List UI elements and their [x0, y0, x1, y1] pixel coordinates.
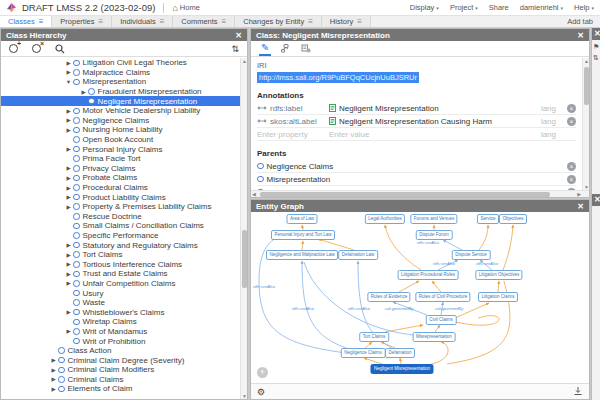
close-icon[interactable]: ✕ — [594, 195, 600, 204]
graph-node-selected[interactable]: Negligent Misrepresentation — [370, 364, 433, 374]
tree-item[interactable]: Specific Performance — [1, 231, 240, 241]
lang-input[interactable]: lang — [534, 104, 560, 113]
expand-icon[interactable]: ▶ — [64, 280, 73, 286]
close-icon[interactable]: ✕ — [577, 202, 584, 211]
tab-comments[interactable]: Comments≡ — [173, 16, 235, 27]
expand-icon[interactable]: ▶ — [49, 357, 58, 363]
tree-item[interactable]: ▶Property & Premises Liability Claims — [1, 202, 240, 212]
expand-icon[interactable]: ▶ — [64, 328, 73, 334]
annotation-property[interactable]: rdfs:label — [270, 104, 302, 113]
close-icon[interactable]: ✕ — [594, 29, 600, 38]
expand-icon[interactable]: ▶ — [64, 185, 73, 191]
tab-menu-icon[interactable]: ≡ — [39, 17, 44, 26]
graph-node[interactable]: Area of Law — [286, 214, 317, 224]
delete-class-icon[interactable]: × — [32, 44, 41, 53]
editor-hscrollbar[interactable]: ◀ ▶ — [251, 190, 589, 197]
graph-node[interactable]: Forums and Venues — [410, 214, 457, 224]
graph-node[interactable]: Litigation Objectives — [475, 270, 522, 280]
editor-scrollbar[interactable]: ▲ ▼ — [582, 58, 589, 190]
tree-item[interactable]: Waste — [1, 298, 240, 308]
graph-node[interactable]: Defamation — [385, 348, 415, 358]
tab-menu-icon[interactable]: ≡ — [222, 17, 227, 26]
graph-node[interactable]: Defamation Law — [338, 250, 378, 260]
tree-item[interactable]: ▶Tortious Interference Claims — [1, 259, 240, 269]
menu-share[interactable]: Share — [489, 3, 509, 12]
graph-node[interactable]: Litigation Claims — [478, 292, 518, 302]
expand-icon[interactable]: ▶ — [49, 376, 58, 382]
remove-annotation-button[interactable]: × — [567, 104, 576, 113]
collapse-icon[interactable]: ▼ — [64, 79, 73, 85]
scroll-right-icon[interactable]: ▶ — [577, 191, 581, 198]
tree-item[interactable]: ▶Malpractice Claims — [1, 68, 240, 78]
scroll-up-icon[interactable]: ▲ — [583, 58, 590, 64]
expand-icon[interactable]: ▶ — [64, 175, 73, 181]
expand-icon[interactable]: ▶ — [64, 204, 73, 210]
graph-node[interactable]: Rules of Evidence — [367, 292, 410, 302]
settings-gear-icon[interactable]: ⚙ — [257, 387, 265, 397]
tree-item[interactable]: ▶Criminal Claims — [1, 375, 240, 385]
remove-parent-button[interactable]: × — [567, 175, 576, 184]
annotation-value[interactable]: Negligent Misrepresentation Causing Harm — [339, 117, 492, 126]
tab-changes-by-entity[interactable]: Changes by Entity≡ — [235, 16, 322, 27]
expand-icon[interactable]: ▶ — [64, 108, 73, 114]
tree-item[interactable]: Wiretap Claims — [1, 317, 240, 327]
tree-item[interactable]: ▶Statutory and Regulatory Claims — [1, 240, 240, 250]
property-input[interactable]: Enter property — [257, 130, 329, 139]
tree-item[interactable]: ▶Nursing Home Liability — [1, 125, 240, 135]
graph-node[interactable]: Personal Injury and Tort Law — [271, 230, 335, 240]
expand-icon[interactable]: ▶ — [64, 194, 73, 200]
graph-node[interactable]: Service — [477, 214, 499, 224]
download-icon[interactable] — [573, 386, 583, 398]
home-button[interactable]: ⌂ Home — [172, 3, 199, 13]
tree-item[interactable]: ▶Personal Injury Claims — [1, 144, 240, 154]
tab-menu-icon[interactable]: ≡ — [160, 17, 165, 26]
graph-node[interactable]: Objectives — [499, 214, 527, 224]
scrollbar-thumb[interactable] — [260, 192, 550, 197]
flag-icon[interactable]: ⚑ — [592, 43, 600, 51]
graph-node[interactable]: Dispute Service — [452, 250, 491, 260]
tree-item[interactable]: Open Book Account — [1, 135, 240, 145]
graph-node[interactable]: Misrepresentation — [413, 332, 456, 342]
edit-icon[interactable]: ✎ — [259, 42, 271, 56]
tree-item[interactable]: ▶Fraudulent Misrepresentation — [1, 87, 240, 97]
tree-item[interactable]: Rescue Doctrine — [1, 212, 240, 222]
scroll-left-icon[interactable]: ◀ — [252, 191, 256, 198]
sort-icon[interactable]: ⇅ — [231, 44, 239, 54]
tree-item[interactable]: ▶Negligence Claims — [1, 116, 240, 126]
expand-icon[interactable]: ▶ — [64, 60, 73, 66]
graph-node[interactable]: Rules of Civil Procedure — [415, 292, 470, 302]
tab-history[interactable]: History≡ — [322, 16, 371, 27]
expand-icon[interactable]: ▶ — [64, 127, 73, 133]
expand-icon[interactable]: ▶ — [64, 165, 73, 171]
close-icon[interactable]: ✕ — [235, 31, 242, 40]
parent-class-label[interactable]: Misrepresentation — [267, 175, 331, 184]
expand-icon[interactable]: ▶ — [49, 367, 58, 373]
expand-icon[interactable]: ▶ — [79, 89, 88, 95]
tree-scrollbar[interactable]: ▲ ▼ — [240, 58, 247, 399]
tree-item[interactable]: Small Claims / Conciliation Claims — [1, 221, 240, 231]
tree-item[interactable]: ▶Probate Claims — [1, 173, 240, 183]
create-class-icon[interactable]: + — [9, 44, 18, 53]
tree-item[interactable]: ▶Privacy Claims — [1, 164, 240, 174]
menu-display[interactable]: Display▾ — [410, 3, 439, 12]
expand-icon[interactable]: ▶ — [64, 242, 73, 248]
tree-item[interactable]: ▶Motor Vehicle Dealership Liability — [1, 106, 240, 116]
scroll-down-icon[interactable]: ▼ — [241, 393, 248, 399]
add-tab-button[interactable]: Add tab — [560, 16, 600, 27]
graph-node[interactable]: Dispute Forum — [416, 230, 453, 240]
tree-item[interactable]: ▶Criminal Claim Modifiers — [1, 365, 240, 375]
parent-class-label[interactable]: Negligence Claims — [267, 162, 334, 171]
graph-node[interactable]: Tort Claims — [359, 332, 389, 342]
tree-item[interactable]: ▼Misrepresentation — [1, 77, 240, 87]
tree-item[interactable]: ▶Criminal Claim Degree (Severity) — [1, 355, 240, 365]
entity-graph-canvas[interactable]: rdfs:seeAlsordfs:seeAlsordfs:seeAlsosali… — [251, 212, 589, 383]
expand-icon[interactable]: ▶ — [64, 252, 73, 258]
expand-icon[interactable]: ▶ — [64, 271, 73, 277]
tree-item[interactable]: Prima Facie Tort — [1, 154, 240, 164]
graph-node[interactable]: Legal Authorities — [365, 214, 405, 224]
expand-icon[interactable]: ▶ — [64, 261, 73, 267]
tree-item[interactable]: ▶Elements of Claim — [1, 384, 240, 394]
expand-icon[interactable]: ▶ — [49, 386, 58, 392]
graph-node[interactable]: Negligence Claims — [341, 348, 386, 358]
annotation-value[interactable]: Negligent Misrepresentation — [339, 104, 439, 113]
